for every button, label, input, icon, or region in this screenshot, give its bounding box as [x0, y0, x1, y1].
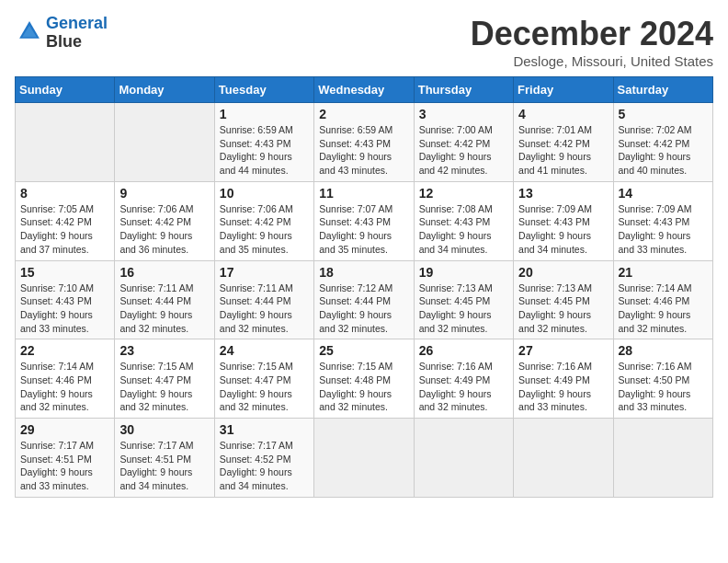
calendar-cell: 10Sunrise: 7:06 AMSunset: 4:42 PMDayligh…: [214, 181, 313, 260]
calendar-cell: 21Sunrise: 7:14 AMSunset: 4:46 PMDayligh…: [613, 260, 712, 339]
day-number: 5: [619, 107, 708, 121]
day-info: Sunrise: 7:09 AMSunset: 4:43 PMDaylight:…: [518, 202, 608, 257]
day-number: 22: [20, 343, 109, 358]
calendar-cell: [514, 419, 613, 498]
logo: GeneralBlue: [15, 15, 108, 52]
day-number: 28: [619, 343, 708, 358]
day-info: Sunrise: 6:59 AMSunset: 4:43 PMDaylight:…: [220, 123, 309, 178]
day-info: Sunrise: 7:01 AMSunset: 4:42 PMDaylight:…: [518, 123, 608, 178]
day-number: 2: [319, 107, 408, 121]
header-cell-wednesday: Wednesday: [314, 77, 414, 103]
day-number: 29: [20, 422, 109, 437]
calendar-cell: 1Sunrise: 6:59 AMSunset: 4:43 PMDaylight…: [214, 103, 313, 182]
calendar-cell: 27Sunrise: 7:16 AMSunset: 4:49 PMDayligh…: [514, 339, 613, 419]
header-cell-saturday: Saturday: [613, 77, 712, 103]
header: GeneralBlue December 2024 Desloge, Misso…: [15, 15, 713, 69]
day-number: 16: [119, 265, 209, 280]
day-number: 8: [20, 186, 109, 201]
day-number: 19: [419, 265, 508, 280]
calendar-cell: 17Sunrise: 7:11 AMSunset: 4:44 PMDayligh…: [214, 260, 313, 339]
calendar-week-0: 1Sunrise: 6:59 AMSunset: 4:43 PMDaylight…: [16, 103, 713, 182]
calendar-cell: 16Sunrise: 7:11 AMSunset: 4:44 PMDayligh…: [115, 260, 214, 339]
calendar-cell: 2Sunrise: 6:59 AMSunset: 4:43 PMDaylight…: [314, 103, 414, 182]
day-number: 13: [518, 186, 608, 201]
day-number: 17: [220, 265, 309, 280]
calendar-cell: 13Sunrise: 7:09 AMSunset: 4:43 PMDayligh…: [514, 181, 613, 260]
calendar-cell: [115, 103, 214, 182]
day-info: Sunrise: 7:09 AMSunset: 4:43 PMDaylight:…: [619, 202, 708, 257]
calendar-week-4: 29Sunrise: 7:17 AMSunset: 4:51 PMDayligh…: [16, 419, 713, 498]
calendar-cell: 30Sunrise: 7:17 AMSunset: 4:51 PMDayligh…: [115, 419, 214, 498]
calendar-week-1: 8Sunrise: 7:05 AMSunset: 4:42 PMDaylight…: [16, 181, 713, 260]
calendar-cell: 24Sunrise: 7:15 AMSunset: 4:47 PMDayligh…: [214, 339, 313, 419]
calendar-cell: [414, 419, 513, 498]
day-number: 20: [518, 265, 608, 280]
calendar-cell: [613, 419, 712, 498]
calendar-cell: 11Sunrise: 7:07 AMSunset: 4:43 PMDayligh…: [314, 181, 414, 260]
calendar-cell: 28Sunrise: 7:16 AMSunset: 4:50 PMDayligh…: [613, 339, 712, 419]
calendar-cell: 25Sunrise: 7:15 AMSunset: 4:48 PMDayligh…: [314, 339, 414, 419]
calendar-cell: 18Sunrise: 7:12 AMSunset: 4:44 PMDayligh…: [314, 260, 414, 339]
day-number: 31: [220, 422, 309, 437]
day-number: 23: [119, 343, 209, 358]
day-info: Sunrise: 7:05 AMSunset: 4:42 PMDaylight:…: [20, 202, 109, 257]
calendar-header-row: SundayMondayTuesdayWednesdayThursdayFrid…: [16, 77, 713, 103]
calendar-cell: 23Sunrise: 7:15 AMSunset: 4:47 PMDayligh…: [115, 339, 214, 419]
day-info: Sunrise: 7:06 AMSunset: 4:42 PMDaylight:…: [119, 202, 209, 257]
calendar-cell: 19Sunrise: 7:13 AMSunset: 4:45 PMDayligh…: [414, 260, 513, 339]
day-info: Sunrise: 7:10 AMSunset: 4:43 PMDaylight:…: [20, 282, 109, 336]
calendar-subtitle: Desloge, Missouri, United States: [471, 53, 713, 69]
day-info: Sunrise: 7:06 AMSunset: 4:42 PMDaylight:…: [220, 202, 309, 257]
day-number: 18: [319, 265, 408, 280]
header-cell-friday: Friday: [514, 77, 613, 103]
day-number: 9: [119, 186, 209, 201]
calendar-cell: 20Sunrise: 7:13 AMSunset: 4:45 PMDayligh…: [514, 260, 613, 339]
calendar-cell: 12Sunrise: 7:08 AMSunset: 4:43 PMDayligh…: [414, 181, 513, 260]
day-info: Sunrise: 6:59 AMSunset: 4:43 PMDaylight:…: [319, 123, 408, 178]
calendar-cell: 4Sunrise: 7:01 AMSunset: 4:42 PMDaylight…: [514, 103, 613, 182]
header-cell-sunday: Sunday: [16, 77, 115, 103]
calendar-cell: 9Sunrise: 7:06 AMSunset: 4:42 PMDaylight…: [115, 181, 214, 260]
day-info: Sunrise: 7:12 AMSunset: 4:44 PMDaylight:…: [319, 282, 408, 336]
logo-text: GeneralBlue: [46, 15, 108, 52]
calendar-cell: 26Sunrise: 7:16 AMSunset: 4:49 PMDayligh…: [414, 339, 513, 419]
day-info: Sunrise: 7:02 AMSunset: 4:42 PMDaylight:…: [619, 123, 708, 178]
calendar-table: SundayMondayTuesdayWednesdayThursdayFrid…: [15, 76, 713, 498]
calendar-cell: 22Sunrise: 7:14 AMSunset: 4:46 PMDayligh…: [16, 339, 115, 419]
day-number: 30: [119, 422, 209, 437]
day-info: Sunrise: 7:17 AMSunset: 4:51 PMDaylight:…: [119, 439, 209, 493]
calendar-body: 1Sunrise: 6:59 AMSunset: 4:43 PMDaylight…: [16, 103, 713, 498]
day-info: Sunrise: 7:00 AMSunset: 4:42 PMDaylight:…: [419, 123, 508, 178]
calendar-cell: 31Sunrise: 7:17 AMSunset: 4:52 PMDayligh…: [214, 419, 313, 498]
calendar-cell: 14Sunrise: 7:09 AMSunset: 4:43 PMDayligh…: [613, 181, 712, 260]
header-cell-thursday: Thursday: [414, 77, 513, 103]
day-info: Sunrise: 7:16 AMSunset: 4:49 PMDaylight:…: [518, 360, 608, 414]
day-info: Sunrise: 7:08 AMSunset: 4:43 PMDaylight:…: [419, 202, 508, 257]
day-number: 15: [20, 265, 109, 280]
day-info: Sunrise: 7:13 AMSunset: 4:45 PMDaylight:…: [518, 282, 608, 336]
day-number: 11: [319, 186, 408, 201]
calendar-cell: 5Sunrise: 7:02 AMSunset: 4:42 PMDaylight…: [613, 103, 712, 182]
day-info: Sunrise: 7:17 AMSunset: 4:52 PMDaylight:…: [220, 439, 309, 493]
calendar-cell: 3Sunrise: 7:00 AMSunset: 4:42 PMDaylight…: [414, 103, 513, 182]
day-number: 1: [220, 107, 309, 121]
day-number: 21: [619, 265, 708, 280]
day-info: Sunrise: 7:11 AMSunset: 4:44 PMDaylight:…: [220, 282, 309, 336]
day-number: 10: [220, 186, 309, 201]
day-info: Sunrise: 7:16 AMSunset: 4:49 PMDaylight:…: [419, 360, 508, 414]
calendar-cell: [314, 419, 414, 498]
day-number: 27: [518, 343, 608, 358]
calendar-cell: 15Sunrise: 7:10 AMSunset: 4:43 PMDayligh…: [16, 260, 115, 339]
day-number: 14: [619, 186, 708, 201]
calendar-cell: 29Sunrise: 7:17 AMSunset: 4:51 PMDayligh…: [16, 419, 115, 498]
day-info: Sunrise: 7:14 AMSunset: 4:46 PMDaylight:…: [20, 360, 109, 414]
day-info: Sunrise: 7:13 AMSunset: 4:45 PMDaylight:…: [419, 282, 508, 336]
calendar-title: December 2024: [471, 15, 713, 53]
day-info: Sunrise: 7:11 AMSunset: 4:44 PMDaylight:…: [119, 282, 209, 336]
day-number: 25: [319, 343, 408, 358]
header-cell-monday: Monday: [115, 77, 214, 103]
title-area: December 2024 Desloge, Missouri, United …: [471, 15, 713, 69]
day-info: Sunrise: 7:17 AMSunset: 4:51 PMDaylight:…: [20, 439, 109, 493]
day-info: Sunrise: 7:07 AMSunset: 4:43 PMDaylight:…: [319, 202, 408, 257]
day-number: 4: [518, 107, 608, 121]
